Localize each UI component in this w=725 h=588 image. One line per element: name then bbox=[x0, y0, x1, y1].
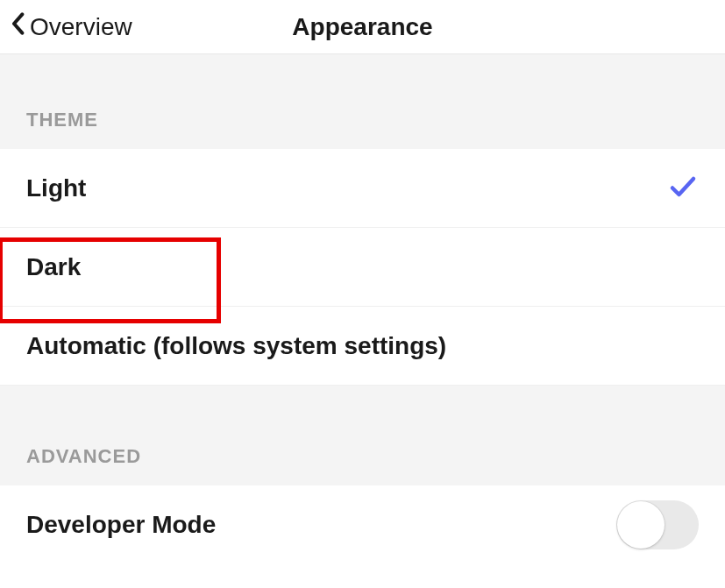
theme-option-light[interactable]: Light bbox=[0, 149, 725, 228]
back-label: Overview bbox=[30, 13, 132, 41]
developer-mode-row[interactable]: Developer Mode bbox=[0, 485, 725, 564]
page-title: Appearance bbox=[292, 13, 432, 41]
theme-option-label: Light bbox=[26, 174, 86, 202]
theme-option-automatic[interactable]: Automatic (follows system settings) bbox=[0, 307, 725, 386]
section-heading-theme: THEME bbox=[0, 54, 725, 149]
toggle-thumb bbox=[617, 501, 665, 549]
header: Overview Appearance bbox=[0, 0, 725, 54]
chevron-left-icon bbox=[11, 11, 25, 42]
developer-mode-label: Developer Mode bbox=[26, 511, 216, 539]
theme-option-dark[interactable]: Dark bbox=[0, 228, 725, 307]
theme-option-label: Automatic (follows system settings) bbox=[26, 332, 446, 360]
content: THEME Light Dark Automatic (follows syst… bbox=[0, 54, 725, 564]
theme-option-label: Dark bbox=[26, 253, 81, 281]
back-button[interactable]: Overview bbox=[11, 11, 132, 42]
developer-mode-toggle[interactable] bbox=[616, 500, 699, 549]
section-heading-advanced: ADVANCED bbox=[0, 386, 725, 485]
check-icon bbox=[667, 171, 699, 206]
